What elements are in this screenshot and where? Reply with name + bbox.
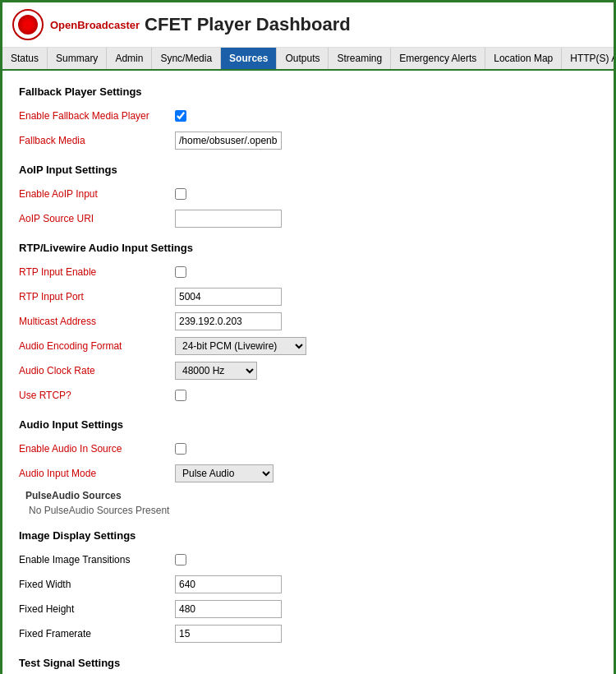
aoip-enable-checkbox[interactable] <box>175 188 186 200</box>
image-framerate-input[interactable] <box>175 625 282 643</box>
fallback-enable-label: Enable Fallback Media Player <box>19 110 175 122</box>
rtp-clock-row: Audio Clock Rate 48000 Hz 44100 Hz 32000… <box>19 361 597 381</box>
audio-input-section-title: Audio Input Settings <box>19 418 597 431</box>
rtp-rtcp-checkbox[interactable] <box>175 390 186 401</box>
audio-enable-row: Enable Audio In Source <box>19 439 597 459</box>
pulseaudio-sources-title: PulseAudio Sources <box>25 490 597 501</box>
nav-streaming[interactable]: Streaming <box>329 48 391 69</box>
image-enable-row: Enable Image Transitions <box>19 550 597 570</box>
rtp-port-row: RTP Input Port <box>19 287 597 307</box>
audio-enable-checkbox[interactable] <box>175 443 186 455</box>
rtp-multicast-label: Multicast Address <box>19 316 175 327</box>
rtp-enable-checkbox[interactable] <box>175 266 186 278</box>
fallback-enable-checkbox[interactable] <box>175 110 186 122</box>
nav-sources[interactable]: Sources <box>221 48 277 69</box>
aoip-uri-row: AoIP Source URI <box>19 209 597 229</box>
nav-status[interactable]: Status <box>2 48 48 69</box>
rtp-multicast-input[interactable] <box>175 312 282 330</box>
image-enable-label: Enable Image Transitions <box>19 554 175 566</box>
rtp-clock-select[interactable]: 48000 Hz 44100 Hz 32000 Hz <box>175 362 257 380</box>
header: OpenBroadcaster CFET Player Dashboard <box>2 2 614 48</box>
app-name: OpenBroadcaster <box>50 19 140 31</box>
rtp-encoding-row: Audio Encoding Format 24-bit PCM (Livewi… <box>19 336 597 356</box>
image-height-label: Fixed Height <box>19 603 175 615</box>
nav-syncmedia[interactable]: Sync/Media <box>152 48 221 69</box>
rtp-rtcp-label: Use RTCP? <box>19 390 175 401</box>
image-section-title: Image Display Settings <box>19 529 597 542</box>
rtp-encoding-select[interactable]: 24-bit PCM (Livewire) 16-bit PCM MP3 <box>175 337 306 355</box>
main-content: Fallback Player Settings Enable Fallback… <box>2 71 614 674</box>
fallback-media-row: Fallback Media <box>19 131 597 150</box>
image-height-row: Fixed Height <box>19 599 597 619</box>
rtp-port-input[interactable] <box>175 288 282 306</box>
logo <box>12 9 44 40</box>
nav-https-admin[interactable]: HTTP(S) Admin <box>562 48 614 69</box>
nav-emergency-alerts[interactable]: Emergency Alerts <box>391 48 485 69</box>
nav-admin[interactable]: Admin <box>107 48 152 69</box>
fallback-media-label: Fallback Media <box>19 135 175 146</box>
fallback-media-input[interactable] <box>175 132 282 150</box>
page-title: CFET Player Dashboard <box>145 14 351 35</box>
rtp-enable-label: RTP Input Enable <box>19 266 175 278</box>
pulseaudio-sources-text: No PulseAudio Sources Present <box>29 505 597 516</box>
nav-outputs[interactable]: Outputs <box>277 48 329 69</box>
aoip-enable-label: Enable AoIP Input <box>19 188 175 200</box>
image-width-row: Fixed Width <box>19 575 597 594</box>
rtp-encoding-label: Audio Encoding Format <box>19 340 175 352</box>
rtp-multicast-row: Multicast Address <box>19 312 597 331</box>
nav-summary[interactable]: Summary <box>48 48 107 69</box>
navbar: Status Summary Admin Sync/Media Sources … <box>2 48 614 71</box>
rtp-port-label: RTP Input Port <box>19 291 175 302</box>
audio-enable-label: Enable Audio In Source <box>19 443 175 455</box>
aoip-section-title: AoIP Input Settings <box>19 164 597 176</box>
audio-mode-label: Audio Input Mode <box>19 468 175 479</box>
image-framerate-label: Fixed Framerate <box>19 628 175 639</box>
fallback-enable-row: Enable Fallback Media Player <box>19 106 597 126</box>
rtp-section-title: RTP/Livewire Audio Input Settings <box>19 242 597 254</box>
aoip-uri-input[interactable] <box>175 210 282 228</box>
image-enable-checkbox[interactable] <box>175 554 186 566</box>
test-signal-section-title: Test Signal Settings <box>19 657 597 669</box>
rtp-rtcp-row: Use RTCP? <box>19 385 597 405</box>
rtp-clock-label: Audio Clock Rate <box>19 365 175 376</box>
nav-location-map[interactable]: Location Map <box>485 48 562 69</box>
image-framerate-row: Fixed Framerate <box>19 624 597 644</box>
rtp-enable-row: RTP Input Enable <box>19 262 597 282</box>
image-width-input[interactable] <box>175 575 282 593</box>
audio-mode-select[interactable]: Pulse Audio ALSA Jack <box>175 464 274 482</box>
aoip-enable-row: Enable AoIP Input <box>19 184 597 204</box>
aoip-uri-label: AoIP Source URI <box>19 213 175 224</box>
image-width-label: Fixed Width <box>19 579 175 590</box>
audio-mode-row: Audio Input Mode Pulse Audio ALSA Jack <box>19 464 597 483</box>
image-height-input[interactable] <box>175 600 282 618</box>
fallback-section-title: Fallback Player Settings <box>19 85 597 98</box>
